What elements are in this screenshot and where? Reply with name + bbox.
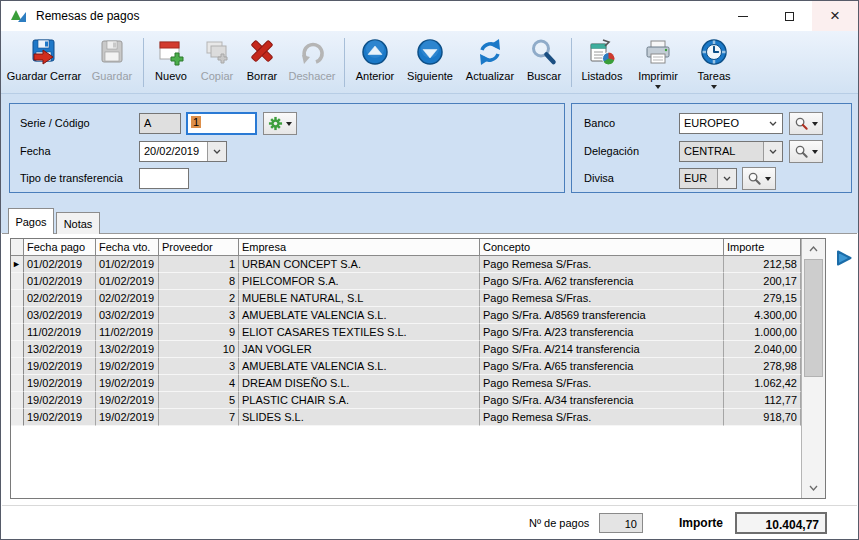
column-header-empresa[interactable]: Empresa — [239, 239, 480, 256]
cell-concepto: Pago Remesa S/Fras. — [480, 256, 724, 273]
cell-fecha-vto: 19/02/2019 — [96, 409, 159, 426]
save-close-button[interactable]: Guardar Cerrar — [3, 33, 85, 93]
close-button[interactable]: × — [812, 1, 858, 31]
row-indicator-cell — [11, 409, 24, 426]
scroll-up-button[interactable] — [802, 239, 825, 259]
fecha-label: Fecha — [20, 145, 51, 157]
cell-importe: 112,77 — [724, 392, 801, 409]
importe-total-field: 10.404,77 — [735, 512, 827, 534]
save-button[interactable]: Guardar — [85, 33, 139, 93]
table-row[interactable]: 02/02/2019 02/02/2019 2 MUEBLE NATURAL, … — [11, 290, 801, 307]
column-header-proveedor[interactable]: Proveedor — [159, 239, 239, 256]
copy-button[interactable]: Copiar — [194, 33, 240, 93]
column-header-concepto[interactable]: Concepto — [480, 239, 724, 256]
cell-proveedor: 7 — [159, 409, 239, 426]
tab-pagos[interactable]: Pagos — [8, 208, 54, 234]
chevron-down-icon — [655, 85, 661, 89]
scroll-down-button[interactable] — [802, 478, 825, 498]
table-row[interactable]: 19/02/2019 19/02/2019 5 PLASTIC CHAIR S.… — [11, 392, 801, 409]
banco-lookup-button[interactable] — [789, 112, 823, 135]
tipo-transferencia-field[interactable] — [139, 168, 189, 189]
table-row[interactable]: 19/02/2019 19/02/2019 4 DREAM DISEÑO S.L… — [11, 375, 801, 392]
minimize-button[interactable] — [720, 1, 766, 31]
combo-dropdown-button[interactable] — [207, 142, 226, 161]
combo-dropdown-button[interactable] — [717, 169, 736, 188]
cell-fecha-vto: 01/02/2019 — [96, 273, 159, 290]
play-icon — [835, 249, 853, 267]
delete-button[interactable]: Borrar — [240, 33, 284, 93]
banco-label: Banco — [584, 117, 615, 129]
close-icon: × — [830, 6, 840, 26]
delete-icon — [246, 36, 278, 69]
maximize-button[interactable] — [766, 1, 812, 31]
table-row[interactable]: 13/02/2019 13/02/2019 10 JAN VOGLER Pago… — [11, 341, 801, 358]
reports-button[interactable]: Listados — [576, 33, 628, 93]
table-row[interactable]: 19/02/2019 19/02/2019 3 AMUEBLATE VALENC… — [11, 358, 801, 375]
detail-nav-button[interactable] — [835, 249, 853, 271]
tipo-transferencia-label: Tipo de transferencia — [20, 172, 123, 184]
serie-field[interactable]: A — [139, 113, 181, 134]
refresh-icon — [474, 36, 506, 69]
arrow-down-circle-icon — [414, 36, 446, 69]
search-icon — [794, 116, 809, 131]
chevron-down-icon — [809, 485, 818, 491]
arrow-up-circle-icon — [359, 36, 391, 69]
cell-importe: 279,15 — [724, 290, 801, 307]
banco-combobox[interactable]: EUROPEO — [679, 113, 783, 134]
combo-dropdown-button[interactable] — [763, 142, 782, 161]
vertical-scrollbar[interactable] — [801, 239, 825, 498]
window-title: Remesas de pagos — [36, 9, 139, 23]
cell-concepto: Pago S/Fra. A/23 transferencia — [480, 324, 724, 341]
tab-notas[interactable]: Notas — [56, 212, 100, 234]
chevron-down-icon — [812, 150, 818, 154]
cell-fecha-pago: 19/02/2019 — [24, 375, 96, 392]
chevron-up-icon — [809, 246, 818, 252]
print-button[interactable]: Imprimir — [628, 33, 688, 93]
cell-fecha-pago: 03/02/2019 — [24, 307, 96, 324]
title-bar: Remesas de pagos × — [1, 1, 858, 31]
table-row[interactable]: 01/02/2019 01/02/2019 1 URBAN CONCEPT S.… — [11, 256, 801, 273]
row-indicator-cell — [11, 375, 24, 392]
undo-button[interactable]: Deshacer — [284, 33, 340, 93]
table-row[interactable]: 19/02/2019 19/02/2019 7 SLIDES S.L. Pago… — [11, 409, 801, 426]
combo-dropdown-button[interactable] — [763, 114, 782, 133]
scrollbar-thumb[interactable] — [804, 259, 823, 377]
refresh-button[interactable]: Actualizar — [459, 33, 521, 93]
copy-icon — [201, 36, 233, 69]
window-controls: × — [720, 1, 858, 31]
pagos-tab-page: Fecha pago Fecha vto. Proveedor Empresa … — [2, 233, 857, 506]
fecha-combobox[interactable]: 20/02/2019 — [139, 141, 227, 162]
save-close-icon — [28, 36, 60, 69]
column-header-importe[interactable]: Importe — [724, 239, 801, 256]
table-row[interactable]: 11/02/2019 11/02/2019 9 ELIOT CASARES TE… — [11, 324, 801, 341]
row-indicator-cell — [11, 392, 24, 409]
divisa-lookup-button[interactable] — [742, 167, 776, 190]
cell-concepto: Pago Remesa S/Fras. — [480, 290, 724, 307]
codigo-options-button[interactable] — [263, 112, 297, 135]
codigo-field[interactable]: 1 — [186, 112, 257, 135]
app-logo-icon — [10, 7, 28, 25]
divisa-label: Divisa — [584, 172, 614, 184]
column-header-fecha-vto[interactable]: Fecha vto. — [96, 239, 159, 256]
delegacion-lookup-button[interactable] — [789, 140, 823, 163]
cell-importe: 212,58 — [724, 256, 801, 273]
cell-fecha-vto: 02/02/2019 — [96, 290, 159, 307]
cell-fecha-vto: 19/02/2019 — [96, 375, 159, 392]
column-header-fecha-pago[interactable]: Fecha pago — [24, 239, 96, 256]
delegacion-combobox[interactable]: CENTRAL — [679, 141, 783, 162]
row-indicator-cell — [11, 256, 24, 273]
cell-empresa: ELIOT CASARES TEXTILES S.L. — [239, 324, 480, 341]
table-row[interactable]: 03/02/2019 03/02/2019 3 AMUEBLATE VALENC… — [11, 307, 801, 324]
cell-fecha-pago: 11/02/2019 — [24, 324, 96, 341]
tasks-button[interactable]: Tareas — [688, 33, 740, 93]
chevron-down-icon — [769, 121, 777, 126]
new-button[interactable]: Nuevo — [148, 33, 194, 93]
cell-fecha-vto: 19/02/2019 — [96, 358, 159, 375]
divisa-combobox[interactable]: EUR — [679, 168, 737, 189]
cell-fecha-pago: 01/02/2019 — [24, 256, 96, 273]
row-indicator-cell — [11, 290, 24, 307]
table-row[interactable]: 01/02/2019 01/02/2019 8 PIELCOMFOR S.A. … — [11, 273, 801, 290]
next-button[interactable]: Siguiente — [401, 33, 459, 93]
previous-button[interactable]: Anterior — [349, 33, 401, 93]
search-button[interactable]: Buscar — [521, 33, 567, 93]
